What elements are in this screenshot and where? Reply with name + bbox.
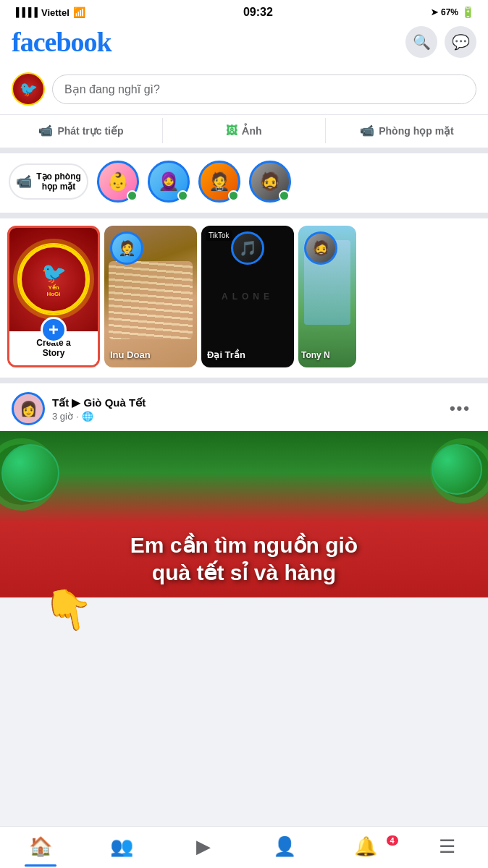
post-meta: 3 giờ · 🌐 [52, 411, 437, 422]
stories-row: 🐦 YếnHoGi + Create a Story 🤵 Inu Doan [0, 218, 488, 378]
post-more-button[interactable]: ••• [444, 396, 476, 421]
story-card-inu-doan[interactable]: 🤵 Inu Doan [104, 226, 197, 367]
nav-item-home[interactable]: 🏠 [0, 833, 81, 861]
post-card: 👩 Tất ▶ Giò Quà Tết 3 giờ · 🌐 ••• Em cần… [0, 383, 488, 597]
carrier-label: Viettel [41, 7, 70, 18]
create-story-bg: 🐦 YếnHoGi + [9, 228, 98, 331]
create-room-button[interactable]: 📹 Tạo phòng họp mặt [9, 163, 88, 200]
header: facebook 🔍 💬 [0, 22, 488, 67]
post-image-text-1: Em cần tìm nguồn giò [130, 532, 358, 559]
friends-icon: 👥 [110, 835, 133, 858]
room-action-button[interactable]: 📹 Phòng họp mặt [326, 118, 488, 143]
online-dot-4 [279, 190, 290, 201]
nav-item-friends[interactable]: 👥 [81, 833, 162, 861]
post-input-section: 🐦 Bạn đang nghĩ gì? [0, 67, 488, 115]
story-card-tony-n[interactable]: 🧔 Tony N [298, 226, 356, 367]
story-card-dai-tran[interactable]: ALONE TikTok 🎵 Đại Trần [201, 226, 294, 367]
live-action-button[interactable]: 📹 Phát trực tiếp [0, 118, 163, 143]
notifications-icon: 🔔 [354, 835, 377, 858]
profile-icon: 👤 [273, 835, 296, 858]
status-bar: ▐▐▐▐ Viettel 📶 09:32 ➤ 67% 🔋 [0, 0, 488, 22]
post-actions-bar: 📹 Phát trực tiếp 🖼 Ảnh 📹 Phòng họp mặt [0, 115, 488, 153]
post-privacy-icon: 🌐 [82, 411, 93, 422]
photo-action-button[interactable]: 🖼 Ảnh [163, 118, 326, 143]
post-image-text-2: quà tết sỉ và hàng [152, 559, 336, 587]
nav-item-profile[interactable]: 👤 [244, 833, 325, 861]
photo-icon: 🖼 [226, 124, 237, 137]
create-room-label: Tạo phòng họp mặt [36, 171, 81, 192]
battery-icon: 🔋 [461, 6, 475, 19]
search-icon: 🔍 [413, 33, 431, 51]
watch-icon: ▶ [196, 835, 211, 858]
story-plus-button: + [41, 317, 67, 343]
messenger-icon: 💬 [452, 33, 470, 51]
stories-section: 🐦 YếnHoGi + Create a Story 🤵 Inu Doan [0, 218, 488, 383]
post-input-placeholder[interactable]: Bạn đang nghĩ gì? [52, 75, 476, 104]
nav-active-indicator [25, 864, 56, 867]
nav-item-menu[interactable]: ☰ [407, 833, 488, 861]
story-avatar-dai: 🎵 [231, 231, 264, 265]
create-room-icon: 📹 [16, 174, 32, 190]
online-dot-2 [177, 190, 188, 201]
post-image: Em cần tìm nguồn giò quà tết sỉ và hàng [0, 431, 488, 597]
room-icon: 📹 [360, 124, 374, 137]
signal-bars: ▐▐▐▐ [13, 7, 38, 17]
messenger-button[interactable]: 💬 [445, 26, 476, 58]
story-avatar-inu: 🤵 [110, 231, 143, 265]
search-button[interactable]: 🔍 [405, 26, 437, 58]
location-icon: ➤ [431, 7, 438, 17]
online-dot-1 [127, 190, 138, 201]
post-header: 👩 Tất ▶ Giò Quà Tết 3 giờ · 🌐 ••• [0, 383, 488, 431]
story-name-inu-doan: Inu Doan [110, 349, 191, 360]
friend-story-4[interactable]: 🧔 [249, 161, 291, 203]
facebook-logo: facebook [12, 26, 112, 58]
bottom-nav: 🏠 👥 ▶ 👤 🔔 4 ☰ [0, 826, 488, 868]
live-icon: 📹 [38, 124, 53, 137]
home-icon: 🏠 [29, 835, 52, 858]
status-left: ▐▐▐▐ Viettel 📶 [13, 7, 85, 18]
nav-item-watch[interactable]: ▶ [163, 833, 244, 861]
post-user-avatar[interactable]: 👩 [12, 392, 45, 425]
header-actions: 🔍 💬 [405, 26, 476, 58]
story-name-dai-tran: Đại Trần [207, 349, 288, 360]
friend-story-2[interactable]: 🧕 [148, 161, 190, 203]
online-dot-3 [228, 190, 239, 201]
notifications-badge: 4 [385, 834, 400, 847]
user-avatar: 🐦 [12, 72, 45, 106]
rooms-section: 📹 Tạo phòng họp mặt 👶 🧕 🤵 🧔 [0, 153, 488, 218]
nav-item-notifications[interactable]: 🔔 4 [325, 833, 406, 861]
status-time: 09:32 [243, 6, 273, 19]
wifi-icon: 📶 [73, 7, 85, 18]
post-username[interactable]: Tất ▶ Giò Quà Tết [52, 396, 437, 409]
friend-story-3[interactable]: 🤵 [198, 161, 240, 203]
story-avatar-tony: 🧔 [304, 231, 337, 265]
create-story-card[interactable]: 🐦 YếnHoGi + Create a Story [7, 226, 100, 367]
friend-story-1[interactable]: 👶 [97, 161, 139, 203]
story-name-tony-n: Tony N [301, 350, 353, 360]
post-user-info: Tất ▶ Giò Quà Tết 3 giờ · 🌐 [52, 396, 437, 422]
menu-icon: ☰ [439, 835, 455, 858]
post-time: 3 giờ [52, 411, 73, 422]
battery-label: 67% [441, 7, 458, 17]
status-right: ➤ 67% 🔋 [431, 6, 475, 19]
